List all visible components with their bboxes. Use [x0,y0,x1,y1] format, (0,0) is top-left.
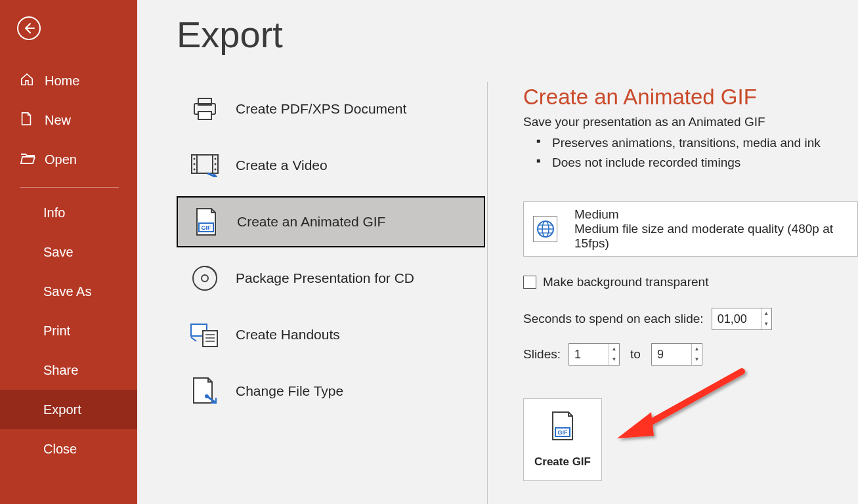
spin-arrows[interactable]: ▲▼ [609,344,619,365]
svg-point-8 [194,169,196,171]
svg-rect-2 [198,112,211,119]
spin-arrows[interactable]: ▲▼ [761,308,771,329]
sidebar-label-export: Export [43,402,81,417]
main-content: Export Create PDF/XPS Document [137,0,858,504]
svg-point-21 [205,394,209,398]
handouts-icon [188,322,221,348]
svg-text:GIF: GIF [558,429,568,436]
quality-description: Medium file size and moderate quality (4… [574,222,848,251]
gif-file-icon: GIF [190,207,223,236]
chevron-up-icon[interactable]: ▲ [761,308,771,319]
sidebar-item-save-as[interactable]: Save As [0,272,137,311]
spin-arrows[interactable]: ▲▼ [691,344,702,365]
sidebar-label-save-as: Save As [43,284,91,299]
sidebar-label-open: Open [45,152,77,167]
sidebar-item-new[interactable]: New [0,100,137,140]
details-title: Create an Animated GIF [523,85,858,110]
export-option-pdf[interactable]: Create PDF/XPS Document [177,83,487,135]
quality-globe-icon [533,216,557,242]
chevron-up-icon[interactable]: ▲ [692,344,702,354]
export-option-change-filetype[interactable]: Change File Type [177,366,487,417]
back-arrow-icon [22,22,35,35]
svg-point-6 [194,158,196,160]
details-bullet: Preserves animations, transitions, media… [536,133,858,153]
sidebar-item-print[interactable]: Print [0,311,137,350]
chevron-down-icon[interactable]: ▼ [692,354,702,365]
sidebar-divider [20,187,119,188]
video-film-icon [188,154,221,177]
svg-point-10 [215,163,217,165]
back-button[interactable] [17,16,41,40]
sidebar-item-home[interactable]: Home [0,61,137,100]
open-folder-icon [20,152,35,168]
export-option-label: Create Handouts [236,327,340,343]
page-title: Export [177,13,858,56]
sidebar-label-print: Print [43,324,70,339]
seconds-value[interactable]: 01,00 [712,312,761,326]
svg-point-7 [194,163,196,165]
sidebar-label-info: Info [43,205,65,220]
quality-dropdown[interactable]: Medium Medium file size and moderate qua… [523,201,858,257]
sidebar-item-save[interactable]: Save [0,232,137,272]
slides-from-value[interactable]: 1 [569,348,609,362]
sidebar-item-info[interactable]: Info [0,193,137,232]
svg-point-15 [202,275,208,282]
sidebar-item-close[interactable]: Close [0,429,137,469]
details-bullet: Does not include recorded timings [536,153,858,173]
sidebar-item-export[interactable]: Export [0,390,137,429]
svg-rect-3 [192,155,218,173]
svg-point-11 [215,169,217,171]
slides-range-row: Slides: 1 ▲▼ to 9 ▲▼ [523,343,858,366]
export-option-video[interactable]: Create a Video [177,140,487,191]
export-option-gif[interactable]: GIF Create an Animated GIF [177,196,485,247]
home-icon [20,72,35,90]
export-details-column: Create an Animated GIF Save your present… [488,82,858,504]
export-option-label: Create an Animated GIF [237,214,385,230]
create-gif-button[interactable]: GIF Create GIF [523,398,602,481]
sidebar-label-share: Share [43,363,78,378]
export-option-label: Create PDF/XPS Document [236,101,406,117]
chevron-down-icon[interactable]: ▼ [609,354,619,365]
seconds-label: Seconds to spend on each slide: [523,312,704,326]
export-options-column: Create PDF/XPS Document Create a Video [177,82,488,504]
slides-from-spinbox[interactable]: 1 ▲▼ [568,343,620,366]
cd-disc-icon [188,264,221,292]
sidebar-label-save: Save [43,245,74,260]
quality-title: Medium [574,207,848,222]
svg-rect-17 [203,331,217,346]
gif-file-icon: GIF [549,411,576,445]
sidebar-item-share[interactable]: Share [0,350,137,390]
sidebar-label-home: Home [45,74,79,89]
seconds-spinbox[interactable]: 01,00 ▲▼ [712,308,772,330]
details-subtitle: Save your presentation as an Animated GI… [523,115,858,129]
export-option-label: Change File Type [236,383,343,399]
seconds-per-slide-row: Seconds to spend on each slide: 01,00 ▲▼ [523,308,858,330]
transparent-bg-checkbox-row[interactable]: Make background transparent [523,275,858,289]
chevron-up-icon[interactable]: ▲ [609,344,619,354]
sidebar-label-close: Close [43,442,77,457]
svg-text:GIF: GIF [202,224,212,231]
create-gif-label: Create GIF [534,455,591,469]
slides-to-value[interactable]: 9 [652,348,691,362]
sidebar-label-new: New [45,113,71,128]
checkbox-icon[interactable] [523,276,536,289]
transparent-bg-label: Make background transparent [543,275,708,289]
chevron-down-icon[interactable]: ▼ [761,319,771,329]
svg-point-9 [215,158,217,160]
change-filetype-icon [188,377,221,406]
slides-to-spinbox[interactable]: 9 ▲▼ [651,343,702,366]
export-option-label: Package Presentation for CD [236,270,414,286]
backstage-sidebar: Home New Open Info Save Save As Print Sh… [0,0,137,504]
export-option-package-cd[interactable]: Package Presentation for CD [177,253,487,304]
sidebar-item-open[interactable]: Open [0,140,137,179]
slides-to-label: to [630,347,641,362]
slides-label: Slides: [523,347,561,362]
export-option-label: Create a Video [236,158,328,173]
pdf-printer-icon [188,96,221,122]
export-option-handouts[interactable]: Create Handouts [177,309,487,360]
new-file-icon [20,112,35,129]
